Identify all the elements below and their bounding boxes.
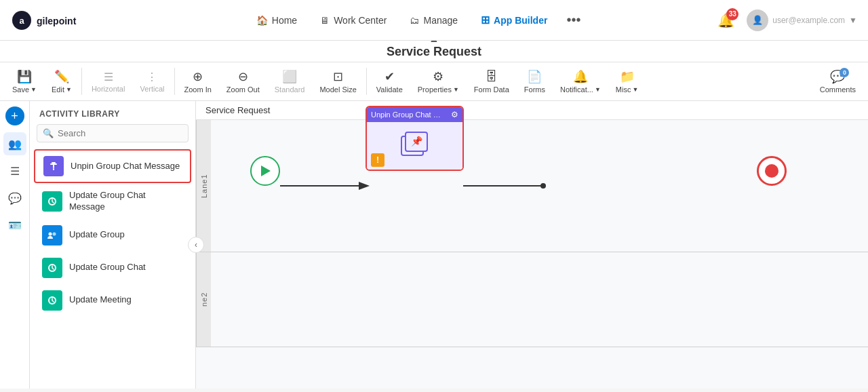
validate-button[interactable]: ✔ Validate [370, 65, 410, 98]
task-body: 📌 ! [367, 122, 462, 170]
modelsize-label: Model Size [319, 85, 356, 94]
sidebar-idcard-icon[interactable]: 🪪 [3, 214, 26, 237]
panel-collapse-button[interactable]: ‹ [188, 237, 204, 253]
list-icon: ☰ [10, 165, 20, 178]
user-icon: 👤 [752, 15, 763, 25]
edit-label: Edit ▼ [52, 85, 72, 94]
sidebar-list-icon[interactable]: ☰ [3, 159, 26, 182]
update-gcm-icon [42, 191, 62, 212]
lane-2-content [211, 252, 868, 347]
activity-item-update-meeting[interactable]: Update Meeting [34, 285, 191, 316]
nav-appbuilder[interactable]: ⊞ App Builder [471, 8, 557, 32]
activity-item-update-group[interactable]: Update Group [34, 220, 191, 251]
misc-button[interactable]: 📁 Misc ▼ [609, 65, 646, 98]
svg-text:📌: 📌 [410, 136, 422, 147]
grid-icon: ⊞ [481, 14, 490, 26]
nav-workcenter-label: Work Center [334, 15, 387, 26]
horizontal-icon: ☰ [104, 71, 113, 83]
toolbar: 💾 Save ▼ ✏️ Edit ▼ ☰ Horizontal ⋮ Vertic… [0, 62, 868, 101]
user-name: user@example.com [772, 16, 845, 25]
zoomin-icon: ⊕ [193, 69, 203, 84]
search-icon: 🔍 [43, 128, 54, 138]
properties-button[interactable]: ⚙ Properties ▼ [411, 65, 466, 98]
user-menu[interactable]: 👤 user@example.com ▼ [747, 9, 857, 31]
horizontal-button[interactable]: ☰ Horizontal [85, 66, 132, 97]
activity-item-unpin-group-chat-message[interactable]: Unpin Group Chat Message [34, 149, 191, 183]
notifications-button[interactable]: 🔔 Notificat... ▼ [553, 65, 608, 98]
toolbar-sep-1 [81, 68, 82, 95]
properties-icon: ⚙ [433, 69, 443, 84]
validate-icon: ✔ [384, 69, 395, 84]
logo: a gilepoint [11, 9, 92, 31]
add-activity-button[interactable]: + [5, 106, 24, 125]
zoomout-button[interactable]: ⊖ Zoom Out [220, 65, 267, 98]
home-icon: 🏠 [256, 15, 268, 26]
properties-label: Properties ▼ [418, 85, 459, 94]
comments-label: Comments [820, 85, 856, 94]
folder-icon: 🗂 [410, 15, 419, 26]
svg-point-9 [53, 232, 56, 235]
chat-icon: 💬 [8, 192, 22, 205]
toolbar-sep-3 [366, 68, 367, 95]
nav-home-label: Home [272, 15, 297, 26]
activity-item-update-group-chat[interactable]: Update Group Chat [34, 252, 191, 283]
top-nav: a gilepoint 🏠 Home 🖥 Work Center 🗂 Manag… [0, 0, 868, 41]
nav-home[interactable]: 🏠 Home [247, 9, 307, 31]
zoomout-icon: ⊖ [238, 69, 248, 84]
start-event[interactable] [250, 156, 280, 186]
chevron-down-icon: ▼ [849, 16, 857, 25]
unpin-icon [43, 156, 64, 176]
task-body-icon: 📌 [400, 131, 430, 161]
validate-label: Validate [376, 85, 403, 94]
zoomin-button[interactable]: ⊕ Zoom In [178, 65, 218, 98]
activity-label-update-meeting: Update Meeting [69, 294, 132, 306]
notifications-label: Notificat... ▼ [560, 85, 601, 94]
edit-icon: ✏️ [54, 69, 69, 84]
svg-marker-15 [261, 165, 271, 176]
task-header: Unpin Group Chat Mes... ⚙ [367, 107, 462, 122]
standard-label: Standard [275, 85, 305, 94]
more-options-button[interactable]: ••• [561, 9, 586, 31]
standard-button[interactable]: ⬜ Standard [268, 65, 312, 98]
modelsize-button[interactable]: ⊡ Model Size [313, 65, 363, 98]
activity-item-update-group-chat-message[interactable]: Update Group Chat Message [34, 184, 191, 218]
svg-text:gilepoint: gilepoint [37, 16, 77, 26]
toolbar-sep-2 [174, 68, 175, 95]
nav-workcenter[interactable]: 🖥 Work Center [311, 9, 396, 31]
task-title: Unpin Group Chat Mes... [371, 111, 446, 119]
canvas-body[interactable]: Lane1 [196, 120, 868, 387]
end-inner [765, 164, 778, 178]
comments-count-badge: 0 [840, 68, 849, 77]
sidebar-icons: + 👥 ☰ 💬 🪪 [0, 101, 30, 389]
comments-button[interactable]: 💬 0 Comments [813, 65, 863, 98]
activity-label-unpin: Unpin Group Chat Message [71, 161, 180, 172]
monitor-icon: 🖥 [320, 15, 330, 26]
search-box[interactable]: 🔍 [37, 124, 189, 142]
svg-rect-6 [53, 168, 54, 170]
canvas-title: Service Request [196, 101, 868, 120]
forms-button[interactable]: 📄 Forms [517, 65, 552, 98]
nav-manage[interactable]: 🗂 Manage [400, 9, 467, 31]
save-icon: 💾 [17, 69, 32, 84]
save-button[interactable]: 💾 Save ▼ [5, 65, 43, 98]
sidebar-chat-icon[interactable]: 💬 [3, 187, 26, 210]
search-input[interactable] [58, 128, 182, 138]
edit-button[interactable]: ✏️ Edit ▼ [45, 65, 79, 98]
update-gc-icon [42, 258, 62, 278]
horizontal-label: Horizontal [92, 85, 125, 93]
lane-2-label: ne2 [196, 252, 211, 347]
task-node-unpin[interactable]: Unpin Group Chat Mes... ⚙ 📌 ! [366, 106, 464, 171]
end-event[interactable] [757, 156, 787, 186]
swim-lane-1: Lane1 [196, 120, 868, 252]
sidebar-team-icon[interactable]: 👥 [3, 132, 26, 155]
vertical-icon: ⋮ [146, 71, 157, 83]
activity-library-header: ACTIVITY LIBRARY [30, 101, 195, 124]
gear-icon[interactable]: ⚙ [451, 110, 458, 119]
vertical-button[interactable]: ⋮ Vertical [133, 66, 171, 97]
standard-icon: ⬜ [282, 69, 297, 84]
formdata-button[interactable]: 🗄 Form Data [467, 66, 516, 98]
notification-button[interactable]: 🔔 33 [713, 8, 738, 33]
modelsize-icon: ⊡ [333, 69, 343, 84]
nav-manage-label: Manage [423, 15, 458, 26]
forms-icon: 📄 [527, 69, 542, 84]
